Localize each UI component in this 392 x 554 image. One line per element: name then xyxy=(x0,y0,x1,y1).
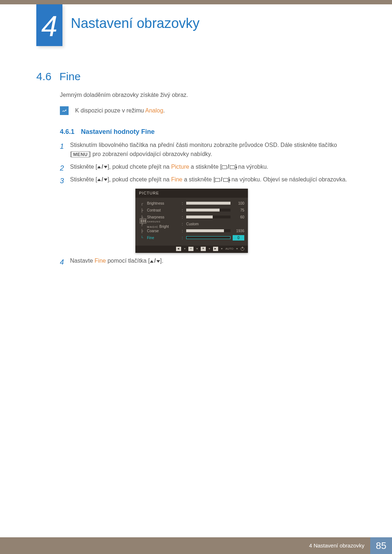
steps-list: 1 Stisknutím libovolného tlačítka na pře… xyxy=(60,141,348,269)
note-text: K dispozici pouze v režimu Analog. xyxy=(75,106,165,115)
osd-nav-auto: AUTO xyxy=(225,247,233,251)
step-1: 1 Stisknutím libovolného tlačítka na pře… xyxy=(60,141,348,159)
section-heading: 4.6 Fine xyxy=(36,68,81,85)
osd-row-fine: └Fine: 0 xyxy=(139,234,244,241)
enter-icon: / xyxy=(222,163,235,172)
footer-bar: 4 Nastavení obrazovky 85 xyxy=(0,537,392,554)
section-number: 4.6 xyxy=(36,68,52,85)
enter-icon: / xyxy=(215,175,228,184)
step-2: 2 Stiskněte [/], pokud chcete přejít na … xyxy=(60,163,348,172)
step-4: 4 Nastavte Fine pomocí tlačítka [/]. xyxy=(60,257,348,266)
osd-row-magic-bright: ├ SAMSUNG MAGIC Bright : Custom xyxy=(139,221,244,227)
up-down-icon: / xyxy=(150,257,160,266)
chapter-number: 4 xyxy=(36,4,62,48)
step-3: 3 Stiskněte [/], pokud chcete přejít na … xyxy=(60,175,348,253)
footer-chapter: 4 Nastavení obrazovky xyxy=(309,541,364,550)
page-number: 85 xyxy=(370,537,392,554)
osd-title: PICTURE xyxy=(135,189,248,198)
osd-row-coarse: ├Coarse: 1936 xyxy=(139,227,244,234)
osd-nav-back-icon: ◂ xyxy=(176,247,181,251)
osd-row-brightness: ┌Brightness: 100 xyxy=(139,200,244,207)
subsection-number: 4.6.1 xyxy=(60,127,74,137)
subsection-heading: 4.6.1 Nastavení hodnoty Fine xyxy=(60,127,155,137)
note-icon xyxy=(60,106,69,115)
intro-text: Jemným doladěním obrazovky získáte živý … xyxy=(60,91,348,100)
section-title: Fine xyxy=(60,68,81,85)
chapter-tab: 4 xyxy=(36,4,62,46)
osd-nav-power-icon xyxy=(241,247,244,251)
up-down-icon: / xyxy=(97,163,107,172)
subsection-title: Nastavení hodnoty Fine xyxy=(81,127,155,137)
osd-row-contrast: ├Contrast: 75 xyxy=(139,207,244,214)
up-down-icon: / xyxy=(97,175,107,184)
menu-button-label: MENU xyxy=(72,151,89,157)
osd-nav-minus-icon: − xyxy=(188,247,193,251)
osd-nav-plus-icon: + xyxy=(201,247,206,251)
osd-nav-play-icon: ▸ xyxy=(213,247,218,251)
chapter-title: Nastavení obrazovky xyxy=(71,13,200,34)
note-row: K dispozici pouze v režimu Analog. xyxy=(60,106,348,115)
osd-screenshot: PICTURE ┌Brightness: 100 ├Contrast: 75 ├… xyxy=(135,189,248,253)
osd-nav-bar: ◂▾ −▾ +▾ ▸▾ AUTO▾ xyxy=(135,246,248,253)
top-border xyxy=(0,0,392,4)
